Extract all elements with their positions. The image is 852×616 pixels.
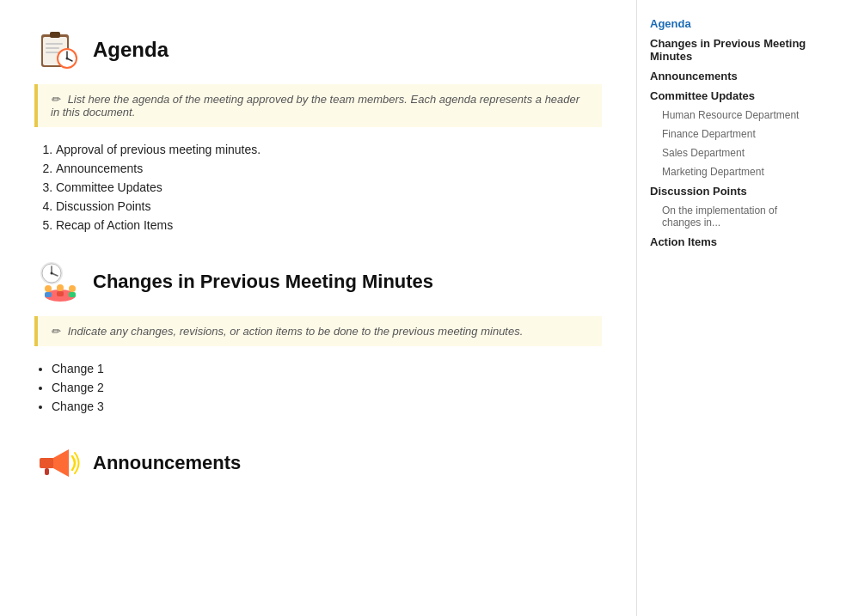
changes-info-text: Indicate any changes, revisions, or acti… — [68, 325, 524, 338]
changes-header: Changes in Previous Meeting Minutes — [34, 258, 602, 306]
sidebar-item-hr[interactable]: Human Resource Department — [650, 109, 812, 121]
sidebar-item-committee[interactable]: Committee Updates — [650, 89, 812, 102]
announcements-section: Announcements — [34, 439, 602, 487]
sidebar-item-discussion[interactable]: Discussion Points — [650, 185, 812, 198]
announcements-icon — [34, 439, 83, 487]
agenda-header: Agenda — [34, 26, 602, 74]
changes-icon — [34, 258, 83, 306]
svg-rect-3 — [46, 43, 63, 45]
svg-rect-4 — [46, 47, 59, 49]
agenda-info-box: ✏ List here the agenda of the meeting ap… — [34, 84, 602, 127]
sidebar-item-sales[interactable]: Sales Department — [650, 147, 812, 159]
changes-list-item: Change 2 — [52, 381, 602, 394]
sidebar-item-agenda[interactable]: Agenda — [650, 17, 812, 30]
svg-point-21 — [69, 285, 76, 292]
changes-list-item: Change 3 — [52, 399, 602, 413]
sidebar-item-discussion-sub[interactable]: On the implementation of changes in... — [650, 204, 812, 229]
announcements-header: Announcements — [34, 439, 602, 487]
agenda-list: Approval of previous meeting minutes.Ann… — [34, 143, 602, 232]
svg-point-19 — [57, 284, 64, 291]
changes-section: Changes in Previous Meeting Minutes ✏ In… — [34, 258, 602, 413]
svg-rect-20 — [57, 291, 64, 296]
changes-list: Change 1Change 2Change 3 — [34, 362, 602, 413]
sidebar-item-marketing[interactable]: Marketing Department — [650, 166, 812, 178]
agenda-list-item: Approval of previous meeting minutes. — [56, 143, 602, 156]
pencil-icon: ✏ — [51, 93, 60, 106]
changes-list-item: Change 1 — [52, 362, 602, 375]
announcements-title: Announcements — [93, 452, 241, 474]
sidebar: AgendaChanges in Previous Meeting Minute… — [636, 0, 825, 616]
sidebar-item-announcements[interactable]: Announcements — [650, 70, 812, 82]
main-content: Agenda ✏ List here the agenda of the mee… — [0, 0, 636, 616]
svg-rect-24 — [40, 458, 53, 468]
sidebar-item-changes[interactable]: Changes in Previous Meeting Minutes — [650, 37, 812, 63]
agenda-list-item: Discussion Points — [56, 199, 602, 213]
agenda-list-item: Committee Updates — [56, 180, 602, 194]
changes-title: Changes in Previous Meeting Minutes — [93, 271, 433, 293]
svg-point-10 — [66, 58, 69, 60]
agenda-title: Agenda — [93, 38, 169, 62]
agenda-list-item: Recap of Action Items — [56, 218, 602, 232]
agenda-icon — [34, 26, 83, 74]
pencil-icon-2: ✏ — [51, 325, 60, 338]
agenda-section: Agenda ✏ List here the agenda of the mee… — [34, 26, 602, 232]
agenda-list-item: Announcements — [56, 162, 602, 175]
agenda-info-text: List here the agenda of the meeting appr… — [51, 93, 579, 119]
svg-point-15 — [51, 272, 53, 275]
svg-rect-2 — [50, 32, 60, 38]
svg-point-17 — [45, 285, 52, 292]
changes-info-box: ✏ Indicate any changes, revisions, or ac… — [34, 316, 602, 346]
svg-rect-18 — [45, 292, 52, 297]
sidebar-item-action[interactable]: Action Items — [650, 235, 812, 248]
sidebar-item-finance[interactable]: Finance Department — [650, 128, 812, 140]
svg-rect-22 — [69, 292, 76, 297]
svg-rect-25 — [45, 468, 49, 475]
